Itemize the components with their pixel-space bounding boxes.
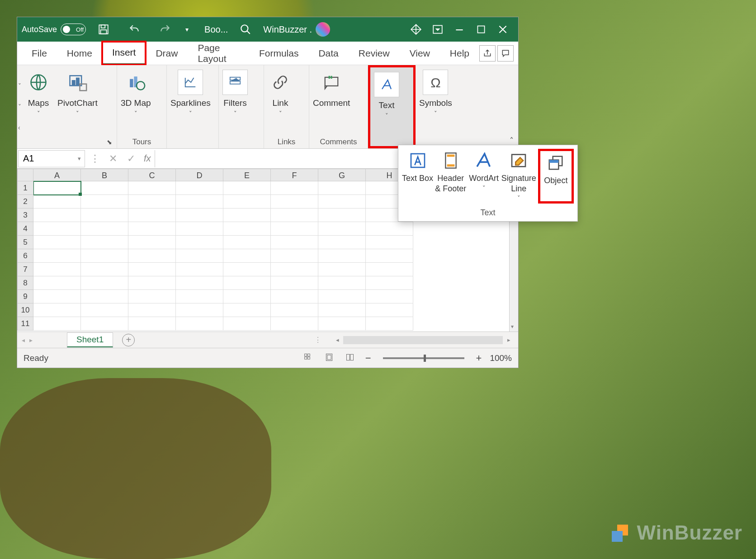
tab-draw[interactable]: Draw — [146, 42, 188, 65]
object-button[interactable]: Object — [538, 149, 574, 204]
tab-formulas[interactable]: Formulas — [249, 42, 309, 65]
sparklines-icon — [178, 70, 203, 95]
column-header[interactable]: B — [81, 169, 128, 181]
comments-group-label: Comments — [313, 137, 364, 147]
tab-home[interactable]: Home — [57, 42, 102, 65]
link-button[interactable]: Link˅ — [268, 68, 293, 118]
minimize-button[interactable] — [449, 20, 470, 38]
row-header[interactable]: 2 — [17, 195, 33, 208]
share-button[interactable] — [479, 45, 496, 62]
header-footer-button[interactable]: Header & Footer — [435, 149, 466, 204]
zoom-slider[interactable] — [383, 357, 464, 359]
column-header[interactable]: D — [176, 169, 223, 181]
column-header[interactable]: C — [128, 169, 176, 181]
row-header[interactable]: 3 — [17, 208, 33, 222]
svg-rect-28 — [447, 164, 455, 166]
column-header[interactable]: E — [223, 169, 271, 181]
status-text: Ready — [24, 353, 48, 363]
3d-map-button[interactable]: 3D Map˅ — [121, 68, 151, 118]
tab-insert[interactable]: Insert — [102, 42, 146, 65]
close-button[interactable] — [492, 20, 514, 38]
tab-page-layout[interactable]: Page Layout — [188, 42, 249, 65]
tab-review[interactable]: Review — [349, 42, 400, 65]
svg-rect-20 — [307, 357, 310, 359]
new-sheet-button[interactable]: + — [122, 334, 135, 346]
column-header[interactable]: A — [33, 169, 81, 181]
sheet-tab-1[interactable]: Sheet1 — [67, 332, 113, 347]
row-header[interactable]: 8 — [17, 276, 33, 290]
sheet-tab-bar: ◂▸ Sheet1 + ⋮ ◂▸ — [17, 332, 518, 348]
row-header[interactable]: 7 — [17, 263, 33, 276]
document-title: Boo... — [204, 24, 228, 35]
redo-icon[interactable] — [154, 20, 176, 38]
header-footer-icon — [439, 151, 463, 171]
row-header[interactable]: 9 — [17, 290, 33, 303]
svg-point-3 — [241, 25, 248, 32]
comments-button[interactable] — [497, 45, 514, 62]
select-all-corner[interactable] — [17, 169, 33, 181]
zoom-out-button[interactable]: − — [365, 352, 371, 364]
ribbon-display-icon[interactable] — [427, 20, 449, 38]
filter-icon — [222, 70, 248, 95]
autosave-toggle[interactable]: Off — [61, 24, 86, 35]
sparklines-button[interactable]: Sparklines˅ — [170, 68, 211, 118]
collapse-ribbon-icon[interactable]: ˄ — [510, 136, 514, 146]
enter-icon[interactable]: ✓ — [122, 153, 140, 165]
autosave-control[interactable]: AutoSave Off — [22, 24, 86, 35]
column-header[interactable]: F — [271, 169, 318, 181]
maps-button[interactable]: Maps˅ — [26, 68, 51, 118]
filters-button[interactable]: Filters˅ — [222, 68, 248, 118]
normal-view-icon[interactable] — [303, 353, 316, 364]
tab-data[interactable]: Data — [308, 42, 348, 65]
zoom-in-button[interactable]: + — [476, 352, 482, 364]
tab-help[interactable]: Help — [440, 42, 479, 65]
cancel-icon[interactable]: ✕ — [104, 153, 122, 165]
page-break-view-icon[interactable] — [345, 353, 357, 364]
tab-file[interactable]: File — [22, 42, 57, 65]
text-button[interactable]: Text˅ — [374, 70, 399, 120]
horizontal-scrollbar[interactable]: ◂▸ — [333, 335, 513, 345]
ribbon-scroll-left[interactable]: ˅˅‹ — [17, 65, 22, 148]
column-header[interactable]: G — [318, 169, 366, 181]
tab-view[interactable]: View — [400, 42, 440, 65]
svg-rect-5 — [477, 26, 484, 33]
3d-map-icon — [123, 70, 148, 95]
dialog-launcher-icon[interactable]: ⬊ — [107, 138, 115, 147]
globe-icon — [26, 70, 51, 95]
fb-dots-icon[interactable]: ⋮ — [86, 153, 104, 165]
user-avatar[interactable] — [316, 22, 330, 37]
split-handle-icon[interactable]: ⋮ — [314, 336, 321, 344]
diamond-icon[interactable] — [405, 20, 427, 38]
row-header[interactable]: 10 — [17, 303, 33, 317]
search-icon[interactable] — [235, 20, 256, 38]
title-bar: AutoSave Off ▾ Boo... WinBuzzer . — [17, 17, 518, 42]
fx-icon[interactable]: fx — [144, 153, 151, 164]
pivotchart-button[interactable]: PivotChart˅ — [57, 68, 98, 118]
row-header[interactable]: 4 — [17, 222, 33, 236]
status-bar: Ready − + 100% — [17, 348, 518, 368]
user-name: WinBuzzer . — [263, 24, 312, 35]
qat-customize-icon[interactable]: ▾ — [176, 20, 198, 38]
symbols-button[interactable]: Ω Symbols˅ — [419, 68, 452, 118]
row-header[interactable]: 1 — [17, 181, 33, 195]
maximize-button[interactable] — [470, 20, 492, 38]
row-header[interactable]: 5 — [17, 236, 33, 249]
svg-rect-9 — [77, 78, 80, 85]
page-layout-view-icon[interactable] — [324, 353, 336, 364]
undo-icon[interactable] — [123, 20, 145, 38]
svg-rect-1 — [101, 25, 105, 28]
row-header[interactable]: 11 — [17, 317, 33, 331]
comment-button[interactable]: Comment — [313, 68, 350, 109]
svg-rect-17 — [304, 354, 307, 356]
name-box[interactable]: A1 — [18, 150, 85, 167]
wordart-button[interactable]: WordArt˅ — [468, 149, 499, 204]
cell-a1[interactable] — [33, 181, 81, 195]
signature-icon — [506, 151, 531, 171]
svg-rect-11 — [130, 79, 133, 87]
row-header[interactable]: 6 — [17, 249, 33, 263]
text-box-button[interactable]: Text Box — [402, 149, 433, 204]
signature-line-button[interactable]: Signature Line˅ — [501, 149, 536, 204]
zoom-level[interactable]: 100% — [490, 353, 512, 363]
sheet-nav[interactable]: ◂▸ — [17, 336, 40, 344]
save-icon[interactable] — [93, 20, 114, 38]
